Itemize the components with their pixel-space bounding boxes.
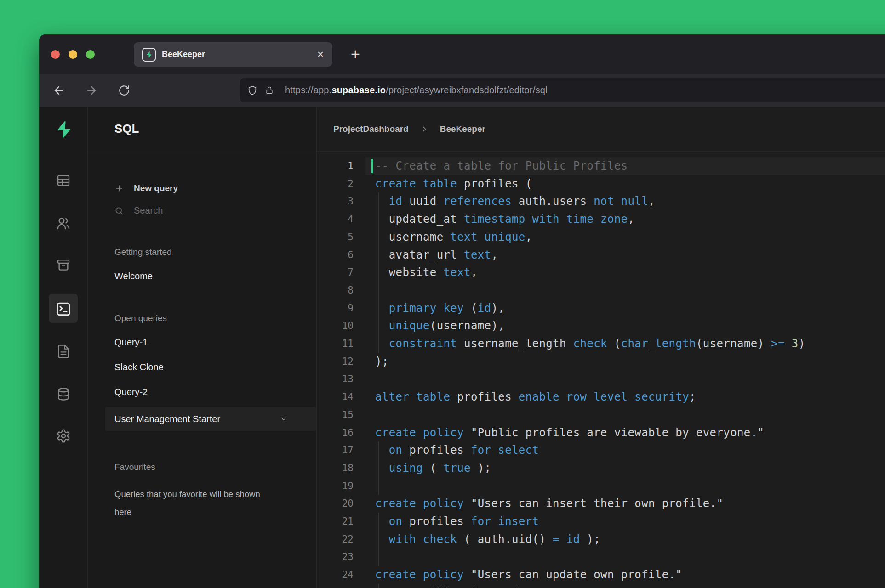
sidebar-group: Getting startedWelcome (88, 247, 316, 282)
table-editor-icon[interactable] (39, 173, 87, 188)
browser-window: BeeKeeper ✕ + https://app.supabase.io/pr… (39, 34, 885, 588)
line-number: 13 (317, 370, 354, 388)
tab-title: BeeKeeper (162, 50, 205, 59)
breadcrumb-page[interactable]: BeeKeeper (440, 124, 485, 134)
close-window-button[interactable] (51, 50, 60, 59)
tab-close-icon[interactable]: ✕ (317, 49, 324, 60)
sql-editor-icon[interactable] (39, 301, 87, 317)
reload-button[interactable] (114, 81, 134, 100)
code-line[interactable]: 23 (317, 548, 885, 566)
code-text: updated_at timestamp with time zone, (365, 210, 885, 228)
sidebar-item-query-2[interactable]: Query-2 (114, 386, 316, 398)
code-line[interactable]: 2create table profiles ( (317, 175, 885, 193)
indent-guide (378, 584, 379, 588)
sidebar-item-welcome[interactable]: Welcome (114, 270, 316, 282)
back-button[interactable] (49, 81, 69, 100)
tracking-shield-icon[interactable] (247, 85, 257, 96)
settings-gear-icon[interactable] (39, 429, 87, 443)
editor-lines: 1-- Create a table for Public Profiles2c… (317, 157, 885, 588)
line-number: 18 (317, 459, 354, 477)
sql-sidebar: SQL New query Search Getting startedWelc… (88, 107, 317, 588)
code-line[interactable]: 4 updated_at timestamp with time zone, (317, 210, 885, 228)
code-text (365, 548, 885, 566)
sidebar-item-label: Query-2 (114, 387, 148, 397)
code-line[interactable]: 11 constraint username_length check (cha… (317, 335, 885, 353)
lock-icon[interactable] (265, 85, 274, 96)
code-text: create table profiles ( (365, 175, 885, 193)
code-line[interactable]: 3 id uuid references auth.users not null… (317, 192, 885, 210)
code-line[interactable]: 1-- Create a table for Public Profiles (317, 157, 885, 175)
breadcrumb-project[interactable]: ProjectDashboard (333, 124, 409, 134)
line-number: 20 (317, 495, 354, 513)
code-text: with check ( auth.uid() = id ); (365, 531, 885, 548)
code-line[interactable]: 5 username text unique, (317, 228, 885, 246)
database-icon[interactable] (39, 387, 87, 401)
auth-users-icon[interactable] (39, 216, 87, 231)
indent-guide (378, 459, 379, 477)
new-query-button[interactable]: New query (114, 183, 316, 193)
sidebar-group: FavouritesQueries that you favorite will… (88, 462, 316, 521)
new-tab-button[interactable]: + (343, 41, 368, 67)
forward-button[interactable] (82, 81, 101, 100)
code-line[interactable]: 15 (317, 406, 885, 424)
indent-guide (378, 441, 379, 459)
line-number: 1 (317, 157, 354, 175)
line-number: 5 (317, 228, 354, 246)
indent-guide (378, 282, 379, 300)
sql-code-editor[interactable]: 1-- Create a table for Public Profiles2c… (317, 152, 885, 588)
desktop: { "window": { "tab_title": "BeeKeeper", … (0, 0, 885, 588)
code-line[interactable]: 17 on profiles for select (317, 441, 885, 459)
code-line[interactable]: 22 with check ( auth.uid() = id ); (317, 531, 885, 548)
code-line[interactable]: 10 unique(username), (317, 317, 885, 335)
search-input[interactable]: Search (114, 205, 316, 216)
sidebar-item-query-1[interactable]: Query-1 (114, 336, 316, 348)
sidebar-item-user-management-starter[interactable]: User Management Starter (105, 407, 316, 431)
code-line[interactable]: 16create policy "Public profiles are vie… (317, 424, 885, 442)
docs-icon[interactable] (39, 344, 87, 359)
section-label: Open queries (114, 313, 316, 323)
url-bar[interactable]: https://app.supabase.io/project/asywreib… (240, 78, 885, 102)
search-placeholder: Search (134, 205, 163, 216)
minimize-window-button[interactable] (69, 50, 77, 59)
chevron-down-icon[interactable] (280, 415, 288, 423)
code-text: on profiles for select (365, 441, 885, 459)
indent-guide (378, 300, 379, 317)
code-line[interactable]: 20create policy "Users can insert their … (317, 495, 885, 513)
indent-guide (378, 192, 379, 210)
code-line[interactable]: 9 primary key (id), (317, 300, 885, 317)
line-number: 25 (317, 584, 354, 588)
indent-guide (378, 335, 379, 353)
breadcrumb: ProjectDashboard BeeKeeper (317, 107, 885, 152)
code-line[interactable]: 7 website text, (317, 264, 885, 282)
code-text: create policy "Users can update own prof… (365, 566, 885, 584)
code-line[interactable]: 18 using ( true ); (317, 459, 885, 477)
indent-guide (378, 210, 379, 228)
line-number: 11 (317, 335, 354, 353)
supabase-logo[interactable] (39, 121, 87, 138)
code-line[interactable]: 19 (317, 477, 885, 495)
code-line[interactable]: 25 on profiles for update (317, 584, 885, 588)
main-panel: ProjectDashboard BeeKeeper 1-- Create a … (317, 107, 885, 588)
sidebar-item-label: Slack Clone (114, 362, 164, 372)
line-number: 3 (317, 192, 354, 210)
indent-guide (378, 531, 379, 548)
code-line[interactable]: 24create policy "Users can update own pr… (317, 566, 885, 584)
sidebar-item-label: Welcome (114, 271, 153, 281)
code-line[interactable]: 13 (317, 370, 885, 388)
browser-tab[interactable]: BeeKeeper ✕ (134, 42, 332, 67)
code-line[interactable]: 6 avatar_url text, (317, 246, 885, 264)
code-line[interactable]: 8 (317, 282, 885, 300)
window-controls (51, 50, 95, 59)
chevron-right-icon (421, 125, 428, 133)
storage-icon[interactable] (39, 258, 87, 272)
zoom-window-button[interactable] (86, 50, 95, 59)
sidebar-item-slack-clone[interactable]: Slack Clone (114, 361, 316, 373)
code-line[interactable]: 21 on profiles for insert (317, 513, 885, 531)
sidebar-title: SQL (88, 107, 316, 151)
code-text: alter table profiles enable row level se… (365, 388, 885, 406)
code-line[interactable]: 14alter table profiles enable row level … (317, 388, 885, 406)
sidebar-item-label: Query-1 (114, 337, 148, 347)
code-line[interactable]: 12); (317, 353, 885, 371)
line-number: 15 (317, 406, 354, 424)
code-text (365, 406, 885, 424)
